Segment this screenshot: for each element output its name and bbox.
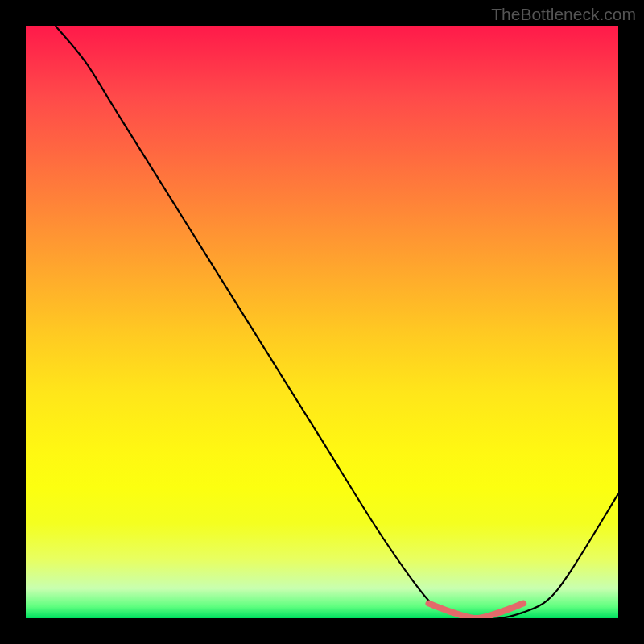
watermark-text: TheBottleneck.com — [491, 5, 636, 24]
chart-container: TheBottleneck.com — [0, 0, 644, 644]
plot-area — [26, 26, 618, 618]
chart-svg — [26, 26, 618, 618]
main-curve-path — [56, 26, 618, 618]
